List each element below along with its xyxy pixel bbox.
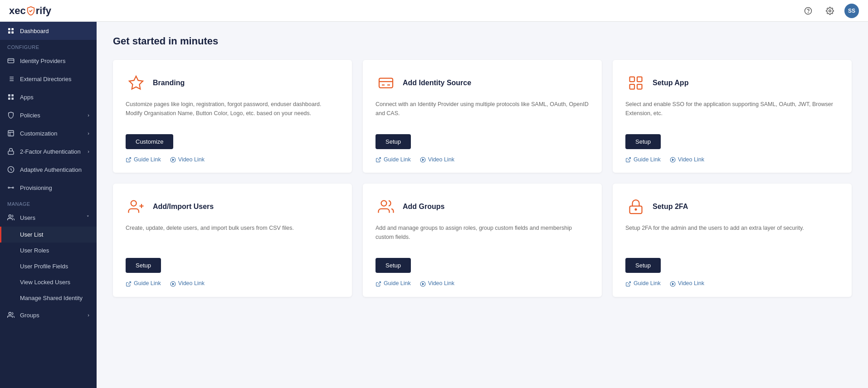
sidebar-item-users-label: Users — [20, 214, 35, 221]
svg-line-58 — [628, 281, 630, 284]
branding-video-link[interactable]: Video Link — [170, 156, 205, 163]
svg-line-43 — [628, 158, 630, 160]
setup-app-video-link[interactable]: Video Link — [670, 156, 704, 163]
svg-line-49 — [128, 281, 131, 284]
card-setup-app-links: Guide Link Video Link — [625, 156, 839, 163]
card-add-users-header: Add/Import Users — [126, 196, 339, 217]
sidebar-item-provisioning[interactable]: Provisioning — [0, 179, 97, 197]
sidebar-sub-item-manage-shared-identity[interactable]: Manage Shared Identity — [0, 290, 97, 306]
settings-button[interactable] — [823, 4, 837, 18]
card-add-users-links: Guide Link Video Link — [126, 280, 339, 286]
card-setup-2fa-title: Setup 2FA — [653, 203, 688, 211]
sidebar-sub-item-user-profile-fields[interactable]: User Profile Fields — [0, 258, 97, 274]
card-add-groups: Add Groups Add and manage groups to assi… — [363, 184, 602, 296]
card-add-groups-header: Add Groups — [375, 196, 589, 217]
add-groups-guide-link[interactable]: Guide Link — [375, 280, 411, 286]
card-add-identity-source: Add Identity Source Connect with an Iden… — [363, 60, 602, 173]
sidebar-item-apps[interactable]: Apps — [0, 88, 97, 106]
card-setup-2fa-desc: Setup 2FA for the admin and the users to… — [625, 223, 839, 249]
identity-source-setup-button[interactable]: Setup — [375, 134, 411, 149]
svg-rect-39 — [630, 77, 635, 82]
svg-line-36 — [378, 158, 380, 160]
card-branding-desc: Customize pages like login, registration… — [126, 100, 339, 125]
card-branding-header: Branding — [126, 73, 339, 93]
card-add-groups-title: Add Groups — [403, 203, 444, 211]
setup-2fa-guide-link[interactable]: Guide Link — [625, 280, 661, 286]
svg-rect-40 — [637, 77, 642, 82]
users-chevron-icon: ˅ — [87, 215, 89, 221]
logo-text-suffix: rify — [36, 5, 51, 17]
policies-icon — [7, 112, 15, 119]
branding-guide-link[interactable]: Guide Link — [126, 156, 161, 163]
card-branding: Branding Customize pages like login, reg… — [113, 60, 352, 173]
setup-app-setup-button[interactable]: Setup — [625, 134, 661, 149]
branding-icon — [126, 73, 146, 93]
sidebar-item-users[interactable]: Users ˅ — [0, 209, 97, 227]
video-link-icon — [170, 156, 176, 163]
svg-rect-3 — [8, 28, 10, 30]
card-add-users-title: Add/Import Users — [153, 203, 214, 211]
sidebar-item-policies[interactable]: Policies › — [0, 106, 97, 124]
sidebar-sub-item-user-roles[interactable]: User Roles — [0, 242, 97, 258]
identity-source-video-link[interactable]: Video Link — [420, 156, 454, 163]
svg-point-25 — [12, 187, 14, 189]
help-button[interactable] — [801, 4, 815, 18]
svg-rect-16 — [11, 94, 14, 97]
add-groups-icon — [375, 196, 396, 217]
sidebar-sub-item-view-locked-users[interactable]: View Locked Users — [0, 274, 97, 290]
users-icon — [7, 214, 15, 221]
sidebar-item-two-factor[interactable]: 2-Factor Authentication › — [0, 142, 97, 160]
svg-rect-17 — [8, 97, 10, 100]
card-identity-source-title: Add Identity Source — [403, 79, 471, 87]
svg-marker-45 — [672, 159, 673, 161]
sidebar-item-customization[interactable]: Customization › — [0, 124, 97, 142]
svg-marker-55 — [422, 283, 424, 285]
add-users-guide-link[interactable]: Guide Link — [126, 280, 161, 286]
sidebar-item-groups[interactable]: Groups › — [0, 306, 97, 324]
sidebar-item-apps-label: Apps — [20, 94, 34, 101]
svg-rect-41 — [630, 84, 635, 89]
add-users-video-icon — [170, 280, 176, 286]
setup-2fa-video-link[interactable]: Video Link — [670, 280, 704, 286]
sidebar-item-identity-providers[interactable]: Identity Providers — [0, 52, 97, 70]
sidebar-item-provisioning-label: Provisioning — [20, 184, 52, 191]
sidebar-item-external-directories[interactable]: External Directories — [0, 70, 97, 88]
svg-line-29 — [128, 158, 131, 160]
card-branding-title: Branding — [153, 79, 185, 87]
add-users-setup-button[interactable]: Setup — [126, 258, 161, 273]
add-groups-video-link[interactable]: Video Link — [420, 280, 454, 286]
svg-point-52 — [381, 201, 387, 206]
add-users-video-link[interactable]: Video Link — [170, 280, 205, 286]
customization-icon — [7, 130, 15, 137]
sidebar-item-dashboard[interactable]: Dashboard — [0, 22, 97, 40]
svg-marker-51 — [172, 283, 174, 285]
card-add-users-desc: Create, update, delete users, and import… — [126, 223, 339, 249]
sidebar-sub-view-locked-users-label: View Locked Users — [20, 279, 70, 286]
card-setup-app-title: Setup App — [653, 79, 688, 87]
add-groups-setup-button[interactable]: Setup — [375, 258, 411, 273]
logo-shield-icon — [26, 6, 36, 16]
sidebar-manage-label: Manage — [0, 197, 97, 209]
setup-2fa-video-icon — [670, 280, 676, 286]
setup-app-icon — [625, 73, 646, 93]
setup-app-guide-link[interactable]: Guide Link — [625, 156, 661, 163]
svg-line-53 — [378, 281, 380, 284]
card-setup-app: Setup App Select and enable SSO for the … — [613, 60, 852, 173]
setup-app-guide-icon — [625, 156, 631, 163]
sidebar-sub-item-user-list[interactable]: User List — [0, 227, 97, 242]
user-avatar-button[interactable]: SS — [844, 4, 859, 18]
identity-source-guide-link[interactable]: Guide Link — [375, 156, 411, 163]
two-factor-icon — [7, 148, 15, 155]
svg-rect-19 — [8, 131, 14, 136]
setup-2fa-setup-button[interactable]: Setup — [625, 258, 661, 273]
external-directories-icon — [7, 75, 15, 82]
identity-source-video-icon — [420, 156, 426, 163]
branding-customize-button[interactable]: Customize — [126, 134, 173, 149]
adaptive-auth-icon — [7, 166, 15, 173]
add-groups-video-icon — [420, 280, 426, 286]
sidebar-item-policies-label: Policies — [20, 112, 40, 119]
sidebar-item-adaptive-auth[interactable]: Adaptive Authentication — [0, 160, 97, 179]
card-setup-app-header: Setup App — [625, 73, 839, 93]
svg-point-46 — [131, 201, 137, 206]
dashboard-icon — [7, 27, 15, 34]
